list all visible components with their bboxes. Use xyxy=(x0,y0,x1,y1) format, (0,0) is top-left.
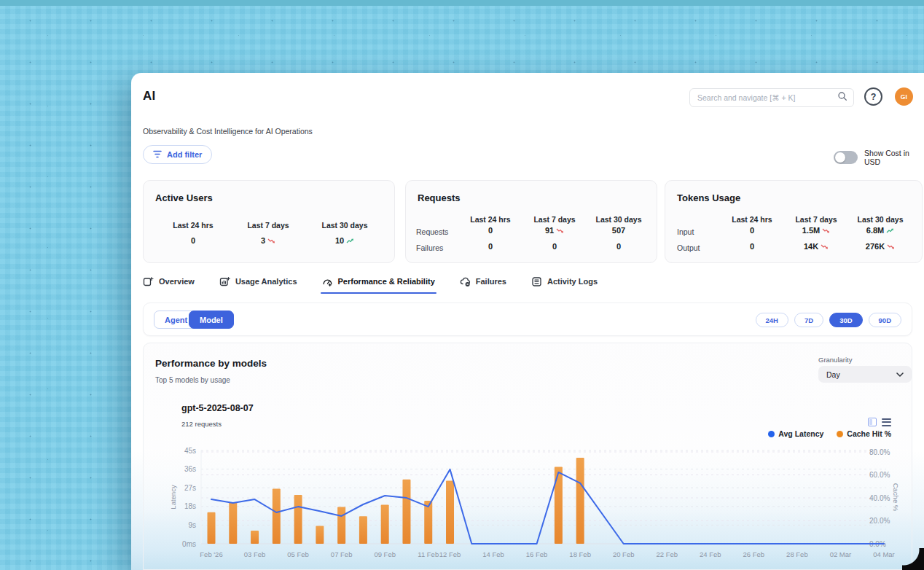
trend-down-icon xyxy=(821,243,829,250)
stat-value: 10 xyxy=(335,236,344,245)
stat-value: 14K xyxy=(804,242,818,251)
svg-text:05 Feb: 05 Feb xyxy=(287,550,309,558)
svg-text:Cache %: Cache % xyxy=(892,483,900,512)
stat-value: 0 xyxy=(616,242,621,251)
chevron-down-icon xyxy=(896,372,904,377)
stat-value: 91 xyxy=(545,226,554,235)
card-title: Tokens Usage xyxy=(677,192,740,203)
stat-value: 276K xyxy=(866,242,885,251)
chart-view-controls xyxy=(868,418,891,426)
stat-value: 0 xyxy=(750,226,754,235)
filter-icon xyxy=(153,150,162,160)
tab-label: Overview xyxy=(159,277,195,286)
add-filter-button[interactable]: Add filter xyxy=(143,145,212,164)
legend-avg-latency[interactable]: Avg Latency xyxy=(768,429,823,438)
svg-text:45s: 45s xyxy=(184,447,196,455)
performance-chart: 45s36s27s18s9s0ms80.0%60.0%40.0%20.0%0.0… xyxy=(165,442,901,566)
stat-value: 1.5M xyxy=(802,226,820,235)
page-subtitle: Observability & Cost Intelligence for AI… xyxy=(143,127,313,136)
svg-text:20 Feb: 20 Feb xyxy=(613,550,635,558)
svg-text:60.0%: 60.0% xyxy=(869,471,890,479)
tab-failures[interactable]: Failures xyxy=(460,269,506,294)
overview-icon xyxy=(143,276,154,287)
svg-text:04 Mar: 04 Mar xyxy=(873,550,895,558)
chart-menu-icon[interactable] xyxy=(882,418,891,426)
svg-text:18 Feb: 18 Feb xyxy=(569,550,591,558)
model-toggle-button[interactable]: Model xyxy=(189,311,234,329)
svg-text:27s: 27s xyxy=(184,484,196,492)
search-icon xyxy=(837,91,847,104)
active-users-card: Active Users Last 24 hrs Last 7 days Las… xyxy=(143,180,395,263)
trend-down-icon xyxy=(887,243,895,250)
svg-text:Latency: Latency xyxy=(169,485,177,510)
stat-value: 507 xyxy=(612,226,625,235)
trend-up-icon xyxy=(346,238,354,244)
row-label: Output xyxy=(677,243,700,252)
stat-value: 0 xyxy=(191,236,195,245)
screen-bezel-corner xyxy=(902,548,924,570)
stat-value: 0 xyxy=(488,226,493,235)
svg-text:11 Feb: 11 Feb xyxy=(418,550,439,558)
range-7d-button[interactable]: 7D xyxy=(794,313,823,327)
section-title: Performance by models xyxy=(155,358,267,369)
search-field[interactable] xyxy=(697,93,837,102)
column-header: Last 7 days xyxy=(518,215,591,224)
active-tab-underline xyxy=(321,292,436,294)
svg-text:03 Feb: 03 Feb xyxy=(244,550,266,558)
svg-text:02 Mar: 02 Mar xyxy=(830,550,852,558)
stat-value: 0 xyxy=(552,242,557,251)
svg-text:07 Feb: 07 Feb xyxy=(331,550,353,558)
legend-dot-orange xyxy=(837,431,843,437)
granularity-select[interactable]: Day xyxy=(818,366,912,383)
legend-dot-blue xyxy=(768,431,775,437)
tab-performance-reliability[interactable]: Performance & Reliability xyxy=(322,269,435,294)
failures-icon xyxy=(460,276,471,287)
search-input[interactable] xyxy=(689,88,854,107)
column-header: Last 30 days xyxy=(582,215,655,224)
svg-text:12 Feb: 12 Feb xyxy=(439,550,461,558)
tab-usage-analytics[interactable]: Usage Analytics xyxy=(219,269,297,294)
column-header: Last 7 days xyxy=(232,221,305,230)
app-window: AI ? GI Observability & Cost Intelligenc… xyxy=(131,73,924,570)
tab-bar: Overview Usage Analytics Performance & R… xyxy=(143,269,598,294)
svg-text:40.0%: 40.0% xyxy=(869,494,890,502)
section-subtitle: Top 5 models by usage xyxy=(155,376,230,384)
stat-value: 3 xyxy=(261,236,265,245)
granularity-label: Granularity xyxy=(818,356,852,364)
svg-text:24 Feb: 24 Feb xyxy=(700,550,721,558)
range-30d-button[interactable]: 30D xyxy=(829,313,862,327)
svg-text:18s: 18s xyxy=(184,502,196,510)
row-label: Requests xyxy=(416,227,448,236)
svg-text:28 Feb: 28 Feb xyxy=(786,550,808,558)
tab-activity-logs[interactable]: Activity Logs xyxy=(531,269,598,294)
page-title: AI xyxy=(143,89,155,104)
svg-text:20.0%: 20.0% xyxy=(869,517,890,525)
requests-card: Requests Last 24 hrs Last 7 days Last 30… xyxy=(405,180,657,263)
legend-cache-hit[interactable]: Cache Hit % xyxy=(837,429,891,438)
tab-overview[interactable]: Overview xyxy=(143,269,195,294)
performance-icon xyxy=(322,276,333,287)
trend-down-icon xyxy=(822,227,830,234)
show-cost-toggle[interactable] xyxy=(834,151,858,164)
row-label: Input xyxy=(677,227,694,236)
background-top-strip xyxy=(0,0,924,6)
column-header: Last 7 days xyxy=(780,215,853,224)
avatar[interactable]: GI xyxy=(895,87,913,106)
stat-value: 6.8M xyxy=(866,226,884,235)
range-90d-button[interactable]: 90D xyxy=(869,313,901,327)
toggle-knob xyxy=(835,152,845,163)
tokens-usage-card: Tokens Usage Last 24 hrs Last 7 days Las… xyxy=(665,180,923,263)
stat-value: 0 xyxy=(750,242,754,251)
help-button[interactable]: ? xyxy=(864,87,882,106)
trend-down-icon xyxy=(267,238,275,244)
column-header: Last 24 hrs xyxy=(157,221,230,230)
chart-view-toggle-icon[interactable] xyxy=(868,418,877,426)
legend-label: Avg Latency xyxy=(778,429,823,438)
column-header: Last 24 hrs xyxy=(716,215,788,224)
time-range-group: 24H 7D 30D 90D xyxy=(756,313,901,327)
granularity-value: Day xyxy=(826,370,840,379)
card-title: Active Users xyxy=(155,192,213,203)
help-icon: ? xyxy=(871,92,877,102)
range-24h-button[interactable]: 24H xyxy=(756,313,788,327)
model-name: gpt-5-2025-08-07 xyxy=(181,403,254,413)
